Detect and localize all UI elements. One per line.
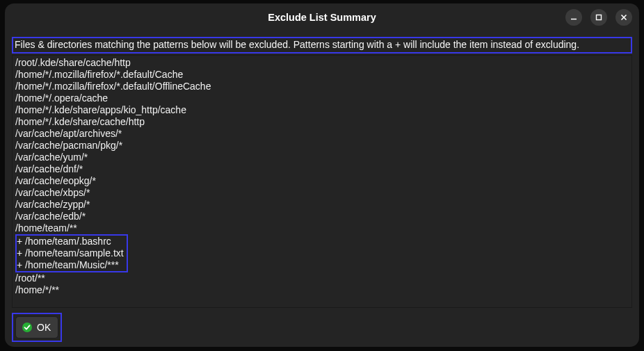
pattern-line: /var/cache/pacman/pkg/* [15, 140, 629, 152]
pattern-line: /var/cache/xbps/* [15, 187, 629, 199]
pattern-line: /var/cache/edb/* [15, 211, 629, 222]
titlebar: Exclude List Summary [5, 3, 639, 31]
window-controls [565, 9, 632, 26]
pattern-line: /var/cache/dnf/* [15, 163, 629, 175]
pattern-line: /home/*/.mozilla/firefox/*.default/Offli… [15, 81, 629, 92]
check-icon [22, 322, 33, 333]
info-text: Files & directories matching the pattern… [15, 39, 629, 51]
pattern-list[interactable]: /root/.kde/share/cache/http/home/*/.mozi… [12, 55, 632, 308]
pattern-line: /home/*/.kde/share/cache/http [15, 116, 629, 128]
svg-point-4 [22, 323, 32, 332]
close-button[interactable] [615, 9, 632, 26]
pattern-line: + /home/team/Music/*** [17, 259, 124, 271]
ok-button-highlight: OK [12, 313, 62, 342]
dialog-body: Files & directories matching the pattern… [5, 31, 639, 347]
window-title: Exclude List Summary [5, 12, 639, 23]
maximize-icon [595, 14, 602, 21]
pattern-line: /home/*/.opera/cache [15, 92, 629, 104]
pattern-line: /home/*/** [15, 284, 629, 296]
button-row: OK [12, 313, 632, 342]
pattern-line: /home/team/** [15, 222, 629, 234]
pattern-line: /var/cache/eopkg/* [15, 175, 629, 187]
include-patterns-highlight: + /home/team/.bashrc+ /home/team/sample.… [15, 234, 128, 272]
pattern-line: /root/** [15, 272, 629, 284]
pattern-line: /var/cache/yum/* [15, 152, 629, 163]
pattern-line: /var/cache/apt/archives/* [15, 128, 629, 140]
pattern-line: + /home/team/.bashrc [17, 236, 124, 247]
info-banner: Files & directories matching the pattern… [12, 37, 632, 54]
pattern-line: + /home/team/sample.txt [17, 247, 124, 259]
dialog-window: Exclude List Summary Files & directories… [5, 3, 639, 347]
maximize-button[interactable] [590, 9, 607, 26]
minimize-button[interactable] [565, 9, 582, 26]
pattern-line: /root/.kde/share/cache/http [15, 57, 629, 69]
close-icon [620, 14, 627, 21]
pattern-line: /home/*/.mozilla/firefox/*.default/Cache [15, 69, 629, 81]
ok-button-label: OK [37, 322, 51, 333]
pattern-line: /var/cache/zypp/* [15, 199, 629, 211]
svg-rect-1 [597, 15, 602, 20]
minimize-icon [570, 14, 577, 21]
ok-button[interactable]: OK [15, 316, 58, 338]
pattern-line: /home/*/.kde/share/apps/kio_http/cache [15, 104, 629, 116]
